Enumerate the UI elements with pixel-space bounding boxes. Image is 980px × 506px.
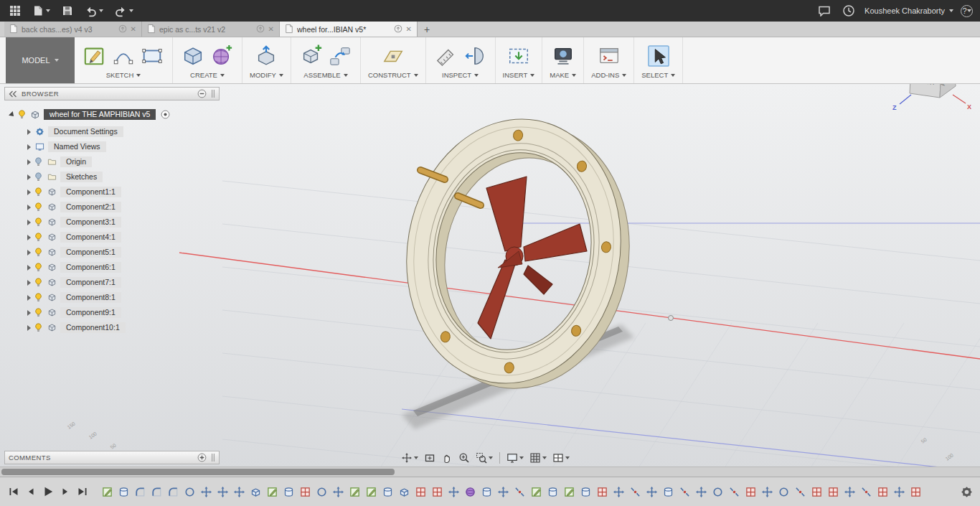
timeline-feature-move-icon[interactable]	[333, 487, 344, 497]
document-tab[interactable]: epic as c...ts v21 v2 ✕	[142, 22, 280, 37]
timeline-feature-circle-icon[interactable]	[712, 487, 723, 497]
skip-to-start-button[interactable]	[6, 484, 22, 499]
timeline-feature-cylinder-icon[interactable]	[663, 487, 674, 497]
activate-component-radio[interactable]	[161, 110, 170, 119]
browser-tree-item[interactable]: Component4:1	[4, 230, 220, 245]
toolbar-group-dropdown[interactable]: SKETCH	[106, 71, 141, 79]
browser-tree-item[interactable]: Component8:1	[4, 290, 220, 305]
browser-tree-item[interactable]: Component3:1	[4, 215, 220, 230]
grid-snaps-button[interactable]	[527, 451, 549, 466]
timeline-feature-move-icon[interactable]	[201, 487, 212, 497]
timeline-feature-circle-icon[interactable]	[184, 487, 195, 497]
timeline-feature-move-icon[interactable]	[894, 487, 905, 497]
display-settings-button[interactable]	[504, 451, 526, 466]
viewports-button[interactable]	[550, 451, 572, 466]
zoom-button[interactable]	[456, 451, 472, 466]
step-forward-button[interactable]	[57, 484, 73, 499]
timeline-feature-cylinder-icon[interactable]	[283, 487, 294, 497]
circle-minus-icon[interactable]	[197, 89, 207, 98]
timeline-feature-joint-icon[interactable]	[679, 487, 690, 497]
timeline-feature-sketch-icon[interactable]	[531, 487, 542, 497]
help-button[interactable]: ?	[961, 5, 973, 17]
timeline-feature-box-icon[interactable]	[250, 487, 261, 497]
fit-button[interactable]	[422, 451, 438, 466]
expand-arrow-icon[interactable]	[27, 280, 31, 286]
redo-button[interactable]	[113, 3, 136, 19]
visibility-bulb-icon[interactable]	[34, 263, 43, 273]
joint-tool-icon[interactable]	[327, 43, 353, 69]
visibility-bulb-icon[interactable]	[34, 278, 43, 288]
horizontal-scrollbar[interactable]	[0, 467, 980, 477]
scripts-addins-icon[interactable]	[596, 43, 622, 69]
timeline-feature-joint-icon[interactable]	[514, 487, 525, 497]
toolbar-group-dropdown[interactable]: MODIFY	[250, 71, 283, 79]
expand-arrow-icon[interactable]	[27, 310, 31, 316]
timeline-feature-fillet-icon[interactable]	[135, 487, 146, 497]
create-form-icon[interactable]	[209, 43, 235, 69]
timeline-feature-circle-icon[interactable]	[778, 487, 789, 497]
timeline-feature-sketch-icon[interactable]	[564, 487, 575, 497]
timeline-feature-cylinder-icon[interactable]	[547, 487, 558, 497]
expand-arrow-icon[interactable]	[27, 174, 31, 180]
comments-button[interactable]	[816, 3, 833, 19]
browser-tree-item[interactable]: Named Views	[4, 139, 220, 154]
browser-header[interactable]: BROWSER	[4, 87, 220, 100]
upload-status-icon[interactable]	[394, 24, 402, 34]
browser-tree-item[interactable]: Component5:1	[4, 245, 220, 260]
origin-marker[interactable]	[669, 316, 674, 321]
timeline-feature-move-icon[interactable]	[448, 487, 459, 497]
timeline-feature-move-icon[interactable]	[498, 487, 509, 497]
timeline-feature-move-icon[interactable]	[217, 487, 228, 497]
upload-status-icon[interactable]	[118, 24, 127, 34]
browser-root-item[interactable]: wheel for THE AMPHIBIAN v5	[4, 107, 220, 122]
expand-arrow-icon[interactable]	[27, 235, 31, 240]
timeline-feature-component-icon[interactable]	[811, 487, 822, 497]
collapse-arrow-icon[interactable]	[9, 111, 16, 118]
browser-tree-item[interactable]: Component10:1	[4, 320, 220, 335]
circle-plus-icon[interactable]	[197, 453, 207, 462]
toolbar-group-dropdown[interactable]: CREATE	[190, 71, 225, 79]
timeline-feature-cylinder-icon[interactable]	[481, 487, 492, 497]
expand-arrow-icon[interactable]	[27, 265, 31, 271]
timeline-feature-fillet-icon[interactable]	[168, 487, 179, 497]
timeline-feature-move-icon[interactable]	[613, 487, 624, 497]
app-grid-button[interactable]	[7, 3, 23, 19]
document-tab[interactable]: wheel for...IBIAN v5* ✕	[280, 22, 418, 37]
browser-tree-item[interactable]: Document Settings	[4, 124, 220, 139]
close-tab-icon[interactable]: ✕	[268, 25, 274, 33]
timeline-feature-cylinder-icon[interactable]	[382, 487, 393, 497]
timeline-feature-joint-icon[interactable]	[630, 487, 641, 497]
timeline-feature-sketch-icon[interactable]	[366, 487, 377, 497]
file-menu-button[interactable]	[30, 3, 52, 19]
visibility-bulb-icon[interactable]	[34, 217, 43, 228]
timeline-feature-sketch-icon[interactable]	[102, 487, 113, 497]
rect-tool-icon[interactable]	[139, 43, 165, 69]
expand-arrow-icon[interactable]	[27, 325, 31, 331]
visibility-bulb-icon[interactable]	[34, 308, 43, 318]
timeline-feature-component-icon[interactable]	[300, 487, 311, 497]
browser-tree-item[interactable]: Origin	[4, 154, 220, 169]
pan-button[interactable]	[439, 451, 455, 466]
visibility-bulb-icon[interactable]	[34, 293, 43, 303]
expand-arrow-icon[interactable]	[27, 205, 31, 210]
close-tab-icon[interactable]: ✕	[131, 25, 136, 33]
timeline-feature-fillet-icon[interactable]	[151, 487, 162, 497]
zoom-window-button[interactable]	[473, 451, 495, 466]
save-button[interactable]	[60, 3, 75, 19]
expand-arrow-icon[interactable]	[27, 250, 31, 256]
insert-mesh-icon[interactable]	[506, 43, 532, 69]
toolbar-group-dropdown[interactable]: ASSEMBLE	[303, 71, 347, 79]
measure-icon[interactable]	[433, 43, 459, 69]
panel-grip-icon[interactable]	[211, 453, 215, 462]
timeline-feature-joint-icon[interactable]	[861, 487, 872, 497]
undo-button[interactable]	[83, 3, 105, 19]
browser-tree-item[interactable]: Component6:1	[4, 260, 220, 275]
browser-tree-item[interactable]: Sketches	[4, 169, 220, 184]
toolbar-group-dropdown[interactable]: INSERT	[503, 71, 535, 79]
timeline-feature-joint-icon[interactable]	[729, 487, 740, 497]
timeline-feature-sketch-icon[interactable]	[267, 487, 278, 497]
select-tool-icon[interactable]	[646, 43, 672, 69]
browser-tree-item[interactable]: Component9:1	[4, 305, 220, 320]
expand-arrow-icon[interactable]	[27, 220, 31, 225]
timeline-feature-component-icon[interactable]	[745, 487, 756, 497]
